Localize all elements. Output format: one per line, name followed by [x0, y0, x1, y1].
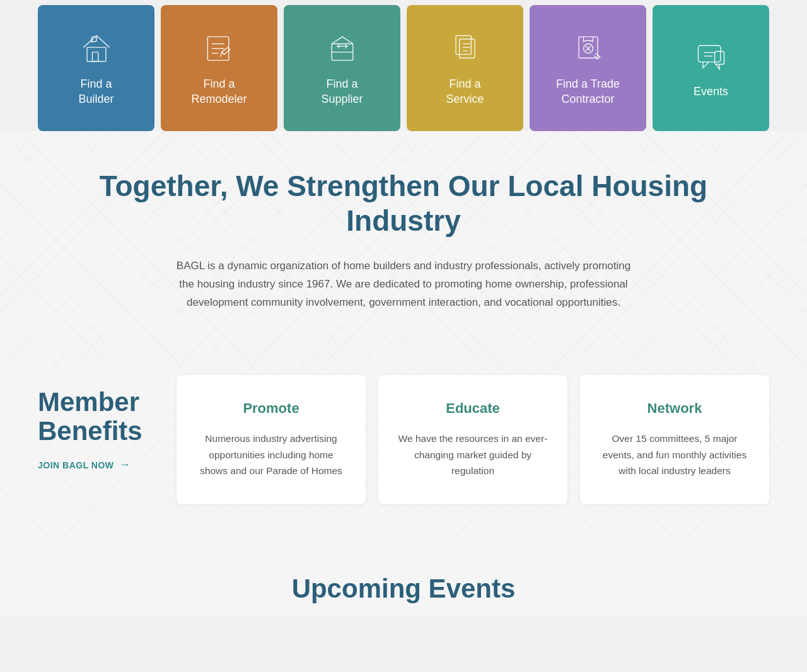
promote-card: Promote Numerous industry advertising op…: [177, 375, 366, 504]
events-card[interactable]: Events: [653, 5, 769, 131]
find-builder-label: Find aBuilder: [78, 76, 113, 107]
upcoming-events-section: Upcoming Events: [0, 542, 807, 617]
join-now-label: JOIN BAGL NOW: [38, 460, 114, 470]
member-benefits-left: Member Benefits JOIN BAGL NOW →: [38, 375, 164, 472]
benefits-section: Member Benefits JOIN BAGL NOW → Promote …: [0, 362, 807, 542]
find-service-card[interactable]: Find aService: [407, 5, 523, 131]
network-card: Network Over 15 committees, 5 major even…: [580, 375, 769, 504]
svg-rect-0: [87, 47, 106, 61]
benefits-inner: Member Benefits JOIN BAGL NOW → Promote …: [38, 375, 769, 504]
find-trade-card[interactable]: Find a TradeContractor: [530, 5, 646, 131]
arrow-icon: →: [119, 458, 131, 472]
promote-title: Promote: [195, 400, 347, 417]
events-label: Events: [694, 84, 728, 99]
join-now-link[interactable]: JOIN BAGL NOW →: [38, 458, 131, 472]
house-icon: [79, 31, 114, 66]
member-benefits-title: Member Benefits: [38, 388, 164, 446]
box-icon: [325, 31, 360, 66]
find-service-label: Find aService: [446, 76, 484, 107]
svg-rect-23: [698, 45, 720, 62]
events-chat-icon: [694, 38, 729, 74]
svg-rect-1: [92, 52, 98, 61]
find-trade-label: Find a TradeContractor: [556, 76, 620, 107]
svg-rect-15: [459, 39, 474, 58]
network-title: Network: [599, 400, 750, 417]
find-remodeler-label: Find aRemodeler: [191, 76, 247, 107]
service-docs-icon: [448, 31, 483, 66]
remodel-icon: [202, 31, 237, 66]
find-supplier-label: Find aSupplier: [321, 76, 363, 107]
main-description: BAGL is a dynamic organization of home b…: [170, 257, 637, 312]
find-supplier-card[interactable]: Find aSupplier: [284, 5, 400, 131]
educate-title: Educate: [397, 400, 549, 417]
intro-section: Together, We Strengthen Our Local Housin…: [0, 131, 807, 362]
category-cards-row: Find aBuilder Find aRemodeler Find aSupp…: [0, 5, 807, 131]
trade-icon: [571, 31, 606, 66]
educate-card: Educate We have the resources in an ever…: [378, 375, 567, 504]
svg-line-8: [220, 52, 221, 56]
main-heading: Together, We Strengthen Our Local Housin…: [88, 169, 719, 238]
educate-text: We have the resources in an ever-changin…: [397, 431, 549, 479]
svg-rect-14: [456, 35, 471, 54]
promote-text: Numerous industry advertising opportunit…: [195, 431, 347, 479]
benefit-cards-container: Promote Numerous industry advertising op…: [177, 375, 769, 504]
find-remodeler-card[interactable]: Find aRemodeler: [161, 5, 277, 131]
find-builder-card[interactable]: Find aBuilder: [38, 5, 154, 131]
upcoming-events-title: Upcoming Events: [38, 574, 769, 604]
network-text: Over 15 committees, 5 major events, and …: [599, 431, 750, 479]
